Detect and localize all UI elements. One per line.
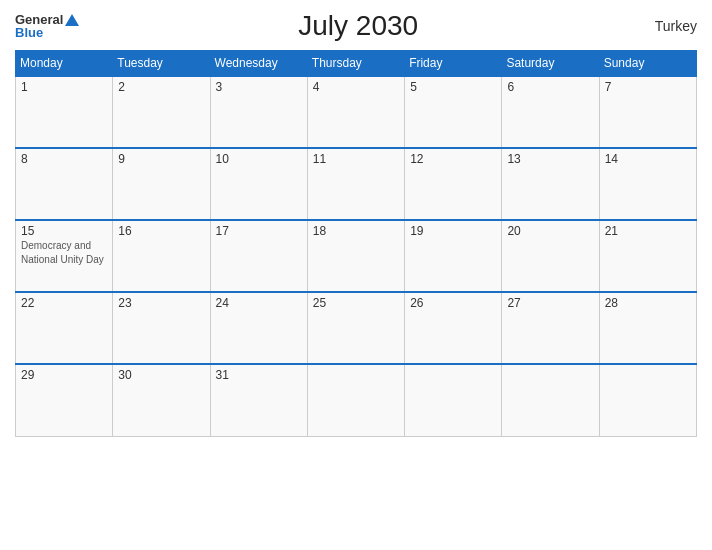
day-number: 11	[313, 152, 399, 166]
calendar-cell: 19	[405, 220, 502, 292]
calendar-cell: 31	[210, 364, 307, 436]
week-row-3: 15Democracy and National Unity Day161718…	[16, 220, 697, 292]
day-number: 6	[507, 80, 593, 94]
logo-blue-text: Blue	[15, 26, 79, 39]
calendar-cell: 24	[210, 292, 307, 364]
col-header-thursday: Thursday	[307, 51, 404, 77]
calendar-cell: 21	[599, 220, 696, 292]
calendar-cell	[599, 364, 696, 436]
logo: General Blue	[15, 13, 79, 39]
day-number: 16	[118, 224, 204, 238]
day-number: 15	[21, 224, 107, 238]
calendar-cell: 27	[502, 292, 599, 364]
header-row: MondayTuesdayWednesdayThursdayFridaySatu…	[16, 51, 697, 77]
calendar-cell: 20	[502, 220, 599, 292]
calendar-header: General Blue July 2030 Turkey	[15, 10, 697, 42]
event-label: Democracy and National Unity Day	[21, 240, 104, 265]
week-row-4: 22232425262728	[16, 292, 697, 364]
calendar-cell: 6	[502, 76, 599, 148]
calendar-cell: 26	[405, 292, 502, 364]
day-number: 10	[216, 152, 302, 166]
calendar-cell: 4	[307, 76, 404, 148]
day-number: 18	[313, 224, 399, 238]
day-number: 3	[216, 80, 302, 94]
calendar-cell: 13	[502, 148, 599, 220]
col-header-wednesday: Wednesday	[210, 51, 307, 77]
calendar-cell: 14	[599, 148, 696, 220]
calendar-cell: 18	[307, 220, 404, 292]
week-row-1: 1234567	[16, 76, 697, 148]
calendar-cell: 16	[113, 220, 210, 292]
day-number: 22	[21, 296, 107, 310]
day-number: 2	[118, 80, 204, 94]
calendar-cell: 17	[210, 220, 307, 292]
calendar-cell: 29	[16, 364, 113, 436]
logo-triangle-icon	[65, 14, 79, 26]
day-number: 14	[605, 152, 691, 166]
calendar-cell	[405, 364, 502, 436]
day-number: 20	[507, 224, 593, 238]
calendar-cell: 11	[307, 148, 404, 220]
day-number: 7	[605, 80, 691, 94]
day-number: 21	[605, 224, 691, 238]
day-number: 30	[118, 368, 204, 382]
col-header-monday: Monday	[16, 51, 113, 77]
day-number: 12	[410, 152, 496, 166]
calendar-cell: 23	[113, 292, 210, 364]
day-number: 19	[410, 224, 496, 238]
day-number: 1	[21, 80, 107, 94]
country-label: Turkey	[637, 18, 697, 34]
calendar-title: July 2030	[79, 10, 637, 42]
calendar-cell: 8	[16, 148, 113, 220]
calendar-table: MondayTuesdayWednesdayThursdayFridaySatu…	[15, 50, 697, 437]
calendar-cell: 7	[599, 76, 696, 148]
day-number: 24	[216, 296, 302, 310]
calendar-page: General Blue July 2030 Turkey MondayTues…	[0, 0, 712, 550]
day-number: 9	[118, 152, 204, 166]
day-number: 5	[410, 80, 496, 94]
calendar-cell: 22	[16, 292, 113, 364]
col-header-friday: Friday	[405, 51, 502, 77]
calendar-cell	[307, 364, 404, 436]
week-row-5: 293031	[16, 364, 697, 436]
col-header-sunday: Sunday	[599, 51, 696, 77]
calendar-cell: 28	[599, 292, 696, 364]
calendar-cell: 9	[113, 148, 210, 220]
calendar-cell: 30	[113, 364, 210, 436]
day-number: 4	[313, 80, 399, 94]
day-number: 23	[118, 296, 204, 310]
day-number: 27	[507, 296, 593, 310]
calendar-cell: 10	[210, 148, 307, 220]
col-header-saturday: Saturday	[502, 51, 599, 77]
day-number: 17	[216, 224, 302, 238]
calendar-cell: 12	[405, 148, 502, 220]
day-number: 31	[216, 368, 302, 382]
calendar-cell: 1	[16, 76, 113, 148]
calendar-cell: 15Democracy and National Unity Day	[16, 220, 113, 292]
day-number: 28	[605, 296, 691, 310]
calendar-cell: 3	[210, 76, 307, 148]
day-number: 29	[21, 368, 107, 382]
calendar-cell: 5	[405, 76, 502, 148]
day-number: 26	[410, 296, 496, 310]
calendar-cell: 2	[113, 76, 210, 148]
day-number: 13	[507, 152, 593, 166]
day-number: 8	[21, 152, 107, 166]
day-number: 25	[313, 296, 399, 310]
calendar-cell	[502, 364, 599, 436]
week-row-2: 891011121314	[16, 148, 697, 220]
col-header-tuesday: Tuesday	[113, 51, 210, 77]
calendar-cell: 25	[307, 292, 404, 364]
